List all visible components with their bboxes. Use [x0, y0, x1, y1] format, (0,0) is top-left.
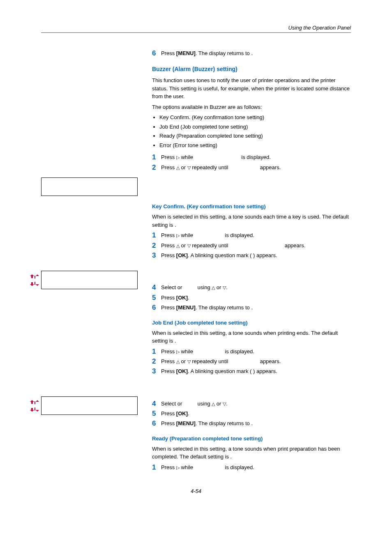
- down-triangle-icon: ▽: [187, 358, 191, 365]
- step-row: 5 Press [OK].: [152, 410, 351, 418]
- step-text: Press [MENU]. The display returns to .: [161, 304, 351, 312]
- step-text: Select or using △ or ▽.: [161, 400, 351, 408]
- svg-marker-1: [36, 274, 39, 276]
- svg-rect-11: [35, 408, 35, 410]
- list-item: Error (Error tone setting): [159, 141, 351, 150]
- step-number: 5: [152, 294, 161, 302]
- step-number: 5: [152, 410, 161, 418]
- step-row: 6 Press [MENU]. The display returns to .: [152, 304, 351, 312]
- heading-buzzer: Buzzer (Alarm (Buzzer) setting): [152, 66, 351, 72]
- svg-marker-0: [30, 274, 34, 278]
- header-section: Using the Operation Panel: [41, 25, 351, 31]
- svg-marker-3: [30, 282, 34, 286]
- up-triangle-icon: △: [176, 164, 180, 171]
- nav-arrows-icon: [30, 400, 40, 412]
- step-row: 3 Press [OK]. A blinking question mark (…: [152, 367, 351, 375]
- heading-ready: Ready (Preparation completed tone settin…: [152, 435, 351, 442]
- right-triangle-icon: ▷: [176, 464, 180, 471]
- right-triangle-icon: ▷: [176, 232, 180, 239]
- step-row: 5 Press [OK].: [152, 294, 351, 302]
- bullet-list: Key Confirm. (Key confirmation tone sett…: [152, 113, 351, 149]
- step-text: Press △ or ▽ repeatedly until appears.: [161, 164, 351, 172]
- step-text: Press △ or ▽ repeatedly until appears.: [161, 242, 351, 250]
- step-text: Press ▷ while is displayed.: [161, 231, 351, 240]
- step-number: 4: [152, 400, 161, 408]
- page-number: 4-54: [41, 488, 351, 494]
- step-row: 4 Select or using △ or ▽.: [152, 283, 351, 292]
- step-row: 1 Press ▷ while is displayed.: [152, 348, 351, 356]
- down-triangle-icon: ▽: [187, 164, 191, 171]
- step-row: 6 Press [MENU]. The display returns to .: [152, 419, 351, 428]
- step-number: 1: [152, 463, 161, 472]
- step-number: 6: [152, 304, 161, 312]
- nav-arrows-icon: [30, 274, 40, 286]
- step-row: 1 Press ▷ while is displayed.: [152, 231, 351, 240]
- lcd-display-box-2: [41, 271, 138, 289]
- step-number: 1: [152, 348, 161, 356]
- step-row: 2 Press △ or ▽ repeatedly until appears.: [152, 242, 351, 250]
- header-rule: [41, 32, 351, 33]
- step-number: 2: [152, 164, 161, 172]
- step-text: Press [OK].: [161, 410, 351, 418]
- svg-rect-5: [35, 282, 35, 285]
- step-number: 1: [152, 153, 161, 161]
- step-number: 6: [152, 49, 161, 58]
- step-text: Select or using △ or ▽.: [161, 283, 351, 292]
- step-text: Press ▷ while is displayed.: [161, 153, 351, 161]
- paragraph: When is selected in this setting, a tone…: [152, 213, 351, 229]
- step-row: 1 Press ▷ while is displayed.: [152, 153, 351, 161]
- step-number: 3: [152, 251, 161, 260]
- down-triangle-icon: ▽: [223, 401, 226, 408]
- step-row: 6 Press [MENU]. The display returns to .: [152, 49, 351, 58]
- paragraph: The options available in Buzzer are as f…: [152, 103, 351, 111]
- lcd-display-box-1: [41, 177, 138, 196]
- svg-marker-4: [36, 284, 39, 286]
- step-number: 3: [152, 367, 161, 375]
- list-item: Key Confirm. (Key confirmation tone sett…: [159, 113, 351, 122]
- right-triangle-icon: ▷: [176, 348, 180, 355]
- svg-marker-7: [36, 400, 39, 402]
- step-text: Press ▷ while is displayed.: [161, 463, 351, 472]
- up-triangle-icon: △: [176, 242, 180, 249]
- step-number: 6: [152, 419, 161, 428]
- down-triangle-icon: ▽: [187, 242, 191, 249]
- step-row: 4 Select or using △ or ▽.: [152, 400, 351, 408]
- svg-marker-6: [30, 400, 34, 404]
- step-number: 1: [152, 231, 161, 240]
- step-row: 3 Press [OK]. A blinking question mark (…: [152, 251, 351, 260]
- paragraph: When is selected in this setting, a tone…: [152, 329, 351, 345]
- right-triangle-icon: ▷: [176, 154, 180, 161]
- step-number: 4: [152, 283, 161, 292]
- step-text: Press [OK].: [161, 294, 351, 302]
- lcd-display-box-3: [41, 396, 138, 415]
- paragraph: When is selected in this setting, a tone…: [152, 445, 351, 461]
- up-triangle-icon: △: [176, 358, 180, 365]
- svg-rect-8: [35, 401, 35, 404]
- step-number: 2: [152, 357, 161, 366]
- svg-marker-10: [36, 410, 39, 412]
- list-item: Job End (Job completed tone setting): [159, 123, 351, 131]
- step-text: Press ▷ while is displayed.: [161, 348, 351, 356]
- svg-marker-9: [30, 408, 34, 412]
- step-text: Press [MENU]. The display returns to .: [161, 419, 351, 428]
- step-row: 2 Press △ or ▽ repeatedly until appears.: [152, 357, 351, 366]
- step-text: Press △ or ▽ repeatedly until appears.: [161, 357, 351, 366]
- down-triangle-icon: ▽: [223, 284, 226, 291]
- heading-keyconfirm: Key Confirm. (Key confirmation tone sett…: [152, 203, 351, 210]
- step-text: Press [OK]. A blinking question mark ( )…: [161, 367, 351, 375]
- step-row: 2 Press △ or ▽ repeatedly until appears.: [152, 164, 351, 172]
- step-text: Press [MENU]. The display returns to .: [161, 49, 351, 58]
- step-text: Press [OK]. A blinking question mark ( )…: [161, 251, 351, 260]
- step-row: 1 Press ▷ while is displayed.: [152, 463, 351, 472]
- heading-jobend: Job End (Job completed tone setting): [152, 320, 351, 326]
- list-item: Ready (Preparation completed tone settin…: [159, 132, 351, 140]
- step-number: 2: [152, 242, 161, 250]
- paragraph: This function uses tones to notify the u…: [152, 76, 351, 101]
- svg-rect-2: [35, 276, 35, 279]
